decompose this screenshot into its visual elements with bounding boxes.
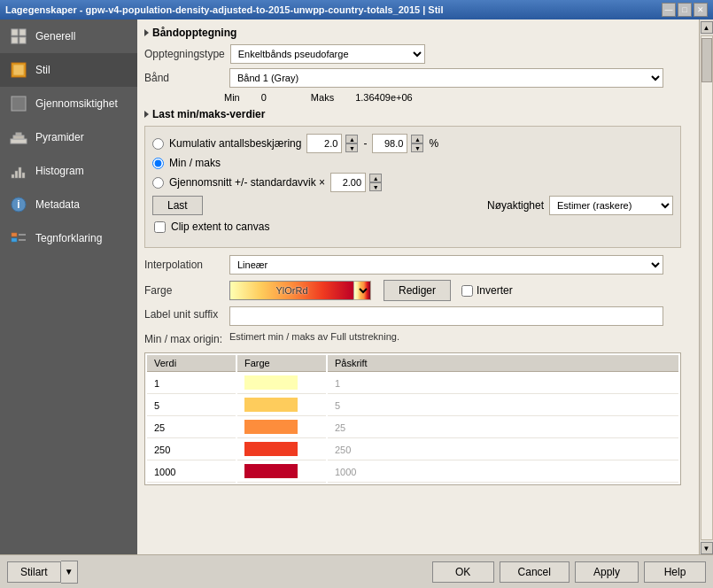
sidebar: Generell Stil Gjennomsiktighet <box>0 19 137 554</box>
last-button[interactable]: Last <box>152 196 203 215</box>
opptegningstype-select[interactable]: Enkeltbånds pseudofarge <box>230 44 425 64</box>
scroll-thumb[interactable] <box>701 38 712 82</box>
bandopptegning-triangle[interactable] <box>144 29 149 36</box>
cell-value: 5 <box>147 396 236 416</box>
kumulativ-min-input[interactable] <box>306 134 342 153</box>
color-gradient-preview: YlOrRd <box>229 281 353 300</box>
label-unit-input[interactable] <box>229 306 663 326</box>
sidebar-item-gjennomsiktighet[interactable]: Gjennomsiktighet <box>0 87 137 120</box>
svg-rect-8 <box>11 139 27 143</box>
titlebar: Lagegenskaper - gpw-v4-population-densit… <box>0 0 713 19</box>
minimize-button[interactable]: — <box>662 3 676 17</box>
radio2-row: Min / maks <box>152 157 673 169</box>
radio1-pct: % <box>429 137 438 150</box>
lastminmax-triangle[interactable] <box>144 111 149 118</box>
kumulativ-max-down[interactable]: ▼ <box>411 143 423 152</box>
spinner1-group: ▲ ▼ <box>306 134 358 153</box>
color-swatch <box>244 464 298 478</box>
ok-button[interactable]: OK <box>432 561 494 583</box>
cell-color <box>237 374 326 394</box>
close-button[interactable]: ✕ <box>694 3 708 17</box>
color-name: YlOrRd <box>275 285 307 296</box>
cell-label: 250 <box>328 440 678 460</box>
sidebar-item-stil[interactable]: Stil <box>0 53 137 87</box>
svg-rect-11 <box>12 174 14 178</box>
std-input[interactable] <box>330 173 366 192</box>
table-row[interactable]: 11 <box>147 374 678 394</box>
svg-text:i: i <box>17 198 19 211</box>
maximize-button[interactable]: □ <box>678 3 692 17</box>
cell-color <box>237 418 326 438</box>
radio3-gjennomsnitt[interactable] <box>152 177 164 189</box>
opptegningstype-row: Opptegningstype Enkeltbånds pseudofarge <box>144 44 681 64</box>
kumulativ-max-input[interactable] <box>372 134 407 153</box>
sidebar-label-generell: Generell <box>35 30 75 43</box>
dialog-buttons: OK Cancel Apply Help <box>432 561 706 583</box>
radio2-minmaks[interactable] <box>152 158 164 169</box>
cell-color <box>237 396 326 416</box>
std-down[interactable]: ▼ <box>369 182 382 191</box>
sidebar-item-tegnforklaring[interactable]: Tegnforklaring <box>0 221 137 255</box>
kumulativ-max-up[interactable]: ▲ <box>411 135 423 143</box>
minmax-origin-label: Min / max origin: <box>144 331 224 345</box>
help-button[interactable]: Help <box>644 561 706 583</box>
svg-rect-9 <box>13 135 24 139</box>
generell-icon <box>9 27 28 46</box>
interpolation-select[interactable]: Lineær <box>229 255 663 275</box>
svg-rect-0 <box>12 29 18 35</box>
table-row[interactable]: 10001000 <box>147 462 678 483</box>
stilart-dropdown-arrow[interactable]: ▼ <box>61 561 78 584</box>
radio1-label: Kumulativ antallsbeskjæring <box>169 137 301 150</box>
sidebar-item-histogram[interactable]: Histogram <box>0 154 137 188</box>
cell-value: 25 <box>147 418 236 438</box>
scrollbar[interactable]: ▲ ▼ <box>699 19 713 554</box>
scroll-track[interactable] <box>701 35 713 540</box>
svg-rect-2 <box>12 37 18 43</box>
cell-label: 1 <box>328 374 678 394</box>
kumulativ-min-up[interactable]: ▲ <box>345 135 358 143</box>
label-unit-row: Label unit suffix <box>144 306 681 326</box>
radio1-kumulativ[interactable] <box>152 138 164 150</box>
window-controls: — □ ✕ <box>662 3 708 17</box>
spinner2-group: ▲ ▼ <box>372 134 423 153</box>
noyaktighet-select[interactable]: Estimer (raskere) <box>549 196 673 215</box>
metadata-icon: i <box>9 195 28 214</box>
sidebar-item-metadata[interactable]: i Metadata <box>0 188 137 221</box>
apply-button[interactable]: Apply <box>575 561 639 583</box>
clip-checkbox[interactable] <box>154 221 166 233</box>
cancel-button[interactable]: Cancel <box>500 561 570 583</box>
inverter-checkbox[interactable] <box>461 285 473 297</box>
table-row[interactable]: 250250 <box>147 440 678 460</box>
pyramider-icon <box>9 128 28 147</box>
stil-icon <box>9 60 28 80</box>
radio1-row: Kumulativ antallsbeskjæring ▲ ▼ - ▲ ▼ <box>152 134 673 153</box>
sidebar-label-pyramider: Pyramider <box>35 131 84 143</box>
svg-rect-5 <box>13 65 24 75</box>
svg-rect-1 <box>19 29 26 35</box>
rediger-button[interactable]: Rediger <box>384 280 451 301</box>
svg-rect-10 <box>16 133 21 135</box>
table-row[interactable]: 55 <box>147 396 678 416</box>
bandopptegning-header: Båndopptegning <box>144 27 681 39</box>
col-header-verdi: Verdi <box>147 355 236 372</box>
std-up[interactable]: ▲ <box>369 174 382 182</box>
kumulativ-min-down[interactable]: ▼ <box>345 143 358 152</box>
band-label: Bånd <box>144 72 224 84</box>
color-swatch <box>244 420 298 434</box>
spinner3-group: ▲ ▼ <box>330 173 382 192</box>
scroll-down-button[interactable]: ▼ <box>701 542 713 554</box>
band-select[interactable]: Bånd 1 (Gray) <box>229 68 663 88</box>
sidebar-label-metadata: Metadata <box>35 198 80 211</box>
sidebar-item-pyramider[interactable]: Pyramider <box>0 120 137 154</box>
stilart-button[interactable]: Stilart <box>7 561 61 583</box>
label-unit-label: Label unit suffix <box>144 306 224 321</box>
farge-dropdown[interactable] <box>353 281 371 300</box>
col-header-paskrift: Påskrift <box>328 355 678 372</box>
table-row[interactable]: 2525 <box>147 418 678 438</box>
sidebar-item-generell[interactable]: Generell <box>0 19 137 53</box>
cell-value: 1000 <box>147 462 236 483</box>
color-swatch <box>244 398 298 412</box>
opptegningstype-label: Opptegningstype <box>144 48 225 60</box>
scroll-up-button[interactable]: ▲ <box>701 21 713 34</box>
accuracy-group: Nøyaktighet Estimer (raskere) <box>487 196 673 215</box>
